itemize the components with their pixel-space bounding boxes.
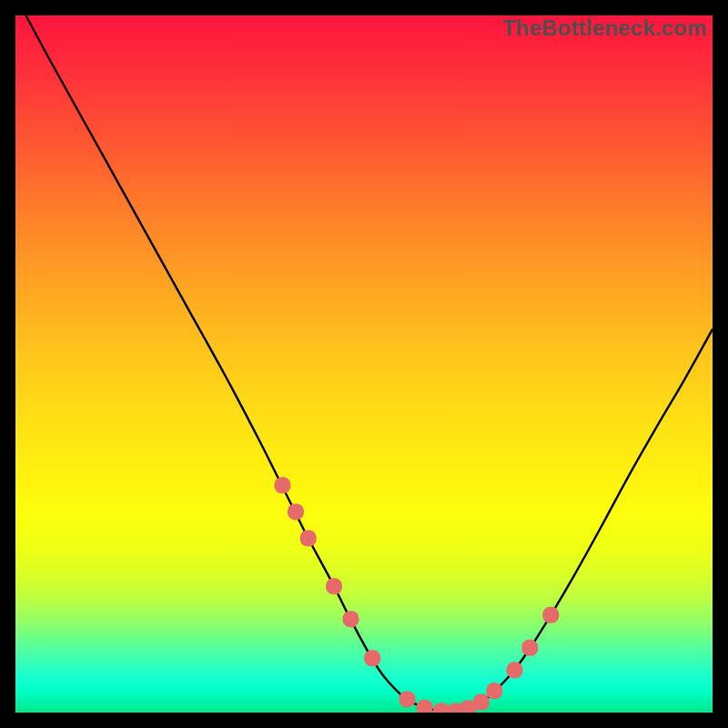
highlight-dot [274,477,290,493]
highlight-dot [521,640,538,656]
curve-layer [15,15,713,713]
bottleneck-curve [25,15,713,712]
highlight-dot [486,682,502,699]
highlight-dot [326,578,342,594]
highlight-dot [364,650,380,666]
chart-root: TheBottleneck.com [0,0,728,728]
highlight-dot [506,662,522,678]
highlight-dot [342,611,359,627]
watermark-text: TheBottleneck.com [502,15,707,41]
highlight-dot [417,700,433,713]
plot-area: TheBottleneck.com [15,15,713,713]
highlight-dot [300,531,317,547]
highlight-dot [433,703,450,713]
highlight-dot [288,503,304,520]
highlight-dot [399,691,415,707]
highlight-dot [473,694,490,711]
highlight-dot [542,607,559,623]
highlight-markers [274,477,559,713]
